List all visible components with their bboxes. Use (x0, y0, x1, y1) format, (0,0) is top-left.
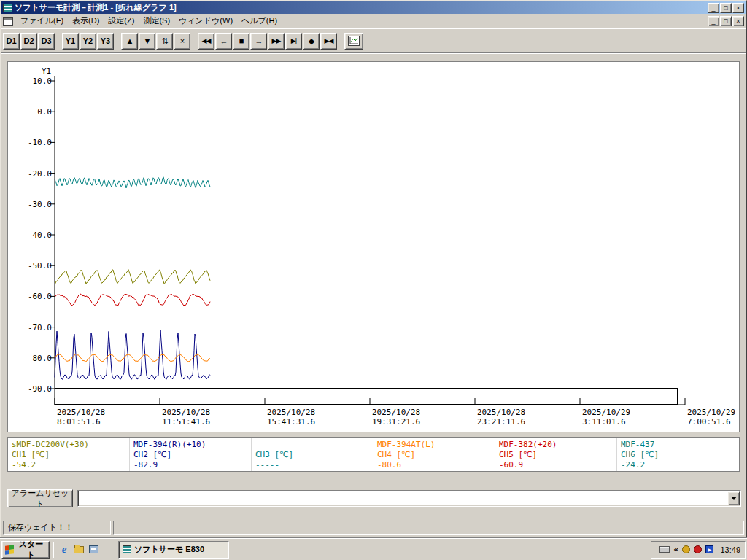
channel-label: CH5 [℃] (499, 450, 613, 460)
channel-name: MDF-437 (621, 440, 735, 450)
task-button-label: ソフトサーモ E830 (134, 544, 204, 555)
status-bar: 保存ウェイト！！ (1, 518, 746, 537)
minimize-button[interactable]: _ (708, 3, 719, 13)
svg-text:Y1: Y1 (42, 66, 51, 76)
alarm-combobox-dropdown-button[interactable] (727, 491, 740, 505)
taskbar-separator (53, 542, 54, 558)
legend-channel-1: sMDF-DC200V(+30)CH1 [℃]-54.2 (8, 438, 130, 471)
channel-legend: sMDF-DC200V(+30)CH1 [℃]-54.2MDF-394(R)(+… (7, 438, 740, 472)
playback-button-group: ◀◀←■→▶▶▶|◆▶◀ (198, 33, 338, 50)
svg-text:-20.0: -20.0 (28, 169, 52, 179)
graph-settings-button[interactable] (344, 33, 363, 50)
toolbar-d1-button[interactable]: D1 (3, 33, 20, 50)
channel-label: CH6 [℃] (621, 450, 735, 460)
axis-button-group: Y1Y2Y3 (62, 33, 115, 50)
system-tray: « ▶ 13:49 (651, 541, 746, 559)
alarm-combobox[interactable] (77, 490, 741, 507)
mdi-minimize-button[interactable]: _ (708, 16, 719, 26)
svg-text:11:51:41.6: 11:51:41.6 (162, 417, 210, 427)
tray-keyboard-icon[interactable] (659, 546, 670, 553)
channel-label: CH3 [℃] (255, 450, 369, 460)
menu-item-0[interactable]: ファイル(F) (16, 14, 68, 28)
svg-text:2025/10/28: 2025/10/28 (162, 408, 210, 417)
mdi-close-button[interactable]: × (732, 16, 744, 26)
taskbar-clock: 13:49 (717, 545, 740, 554)
menu-item-4[interactable]: ウィンドウ(W) (174, 14, 237, 28)
channel-label: CH4 [℃] (377, 450, 491, 460)
channel-name: sMDF-DC200V(+30) (12, 440, 125, 450)
svg-text:0.0: 0.0 (37, 107, 52, 117)
task-app-icon (123, 545, 131, 553)
line-graph-panel: Y110.00.0-10.0-20.0-30.0-40.0-50.0-60.0-… (7, 61, 740, 432)
channel-name: MDF-394(R)(+10) (133, 440, 247, 450)
toolbar-fast-forward-button[interactable]: ▶▶ (268, 33, 285, 50)
close-button[interactable]: × (732, 3, 744, 13)
toolbar-stop-button[interactable]: ■ (233, 33, 249, 50)
svg-text:-30.0: -30.0 (28, 200, 52, 209)
toolbar-skip-to-end-button[interactable]: ▶| (285, 33, 302, 50)
toolbar-step-back-button[interactable]: ← (215, 33, 232, 50)
quicklaunch-show-desktop-icon[interactable] (86, 542, 101, 558)
channel-value: -82.9 (133, 460, 247, 470)
svg-text:2025/10/29: 2025/10/29 (582, 408, 630, 417)
svg-text:-70.0: -70.0 (28, 323, 52, 332)
legend-channel-6: MDF-437CH6 [℃]-24.2 (617, 438, 739, 471)
toolbar-auto-scale-button[interactable]: × (174, 33, 190, 50)
graph-settings-icon (348, 36, 360, 46)
tray-collapse-icon[interactable]: « (673, 545, 678, 554)
chart-svg: Y110.00.0-10.0-20.0-30.0-40.0-50.0-60.0-… (8, 62, 739, 432)
svg-text:7:00:51.6: 7:00:51.6 (687, 417, 731, 427)
channel-value: -54.2 (12, 460, 125, 470)
legend-channel-3: CH3 [℃]----- (252, 438, 374, 471)
start-button[interactable]: スタート (1, 541, 50, 559)
menu-item-1[interactable]: 表示(D) (68, 14, 104, 28)
svg-text:-40.0: -40.0 (28, 230, 52, 240)
toolbar-y3-button[interactable]: Y3 (97, 33, 114, 50)
alarm-reset-button[interactable]: アラームリセット (7, 489, 73, 508)
menu-item-2[interactable]: 設定(Z) (104, 14, 139, 28)
toolbar-fit-width-button[interactable]: ◆ (303, 33, 320, 50)
legend-channel-5: MDF-382(+20)CH5 [℃]-60.9 (495, 438, 617, 471)
channel-label: CH2 [℃] (133, 450, 247, 460)
channel-value: -80.6 (377, 460, 491, 470)
toolbar-fast-rewind-button[interactable]: ◀◀ (198, 33, 214, 50)
channel-value: -24.2 (621, 460, 735, 470)
app-window: ソフトサーモ計測－計測1 - [折れ線グラフ 1] _ □ × ファイル(F)表… (0, 0, 747, 538)
toolbar-y1-button[interactable]: Y1 (62, 33, 79, 50)
status-extra (113, 521, 744, 535)
quicklaunch-internet-explorer-icon[interactable]: e (57, 542, 71, 558)
toolbar-scroll-down-button[interactable]: ▼ (139, 33, 155, 50)
tray-record-icon[interactable] (694, 545, 702, 553)
title-bar: ソフトサーモ計測－計測1 - [折れ線グラフ 1] _ □ × (1, 1, 746, 14)
toolbar-d3-button[interactable]: D3 (38, 33, 55, 50)
svg-text:-60.0: -60.0 (28, 292, 52, 301)
svg-text:10.0: 10.0 (33, 77, 53, 86)
menu-item-3[interactable]: 測定(S) (139, 14, 174, 28)
mdi-child-icon[interactable] (3, 17, 13, 26)
display-button-group: D1D2D3 (3, 33, 55, 50)
svg-text:2025/10/28: 2025/10/28 (372, 408, 420, 417)
mdi-restore-button[interactable]: □ (720, 16, 732, 26)
restore-button[interactable]: □ (720, 3, 732, 13)
svg-text:-90.0: -90.0 (28, 384, 52, 394)
taskbar-task-button[interactable]: ソフトサーモ E830 (118, 541, 229, 559)
svg-text:19:31:21.6: 19:31:21.6 (372, 417, 420, 427)
svg-text:2025/10/28: 2025/10/28 (57, 408, 105, 417)
toolbar-y2-button[interactable]: Y2 (80, 33, 96, 50)
svg-text:8:01:51.6: 8:01:51.6 (57, 417, 101, 427)
svg-text:-80.0: -80.0 (28, 354, 52, 363)
svg-text:3:11:01.6: 3:11:01.6 (582, 417, 626, 427)
toolbar-scroll-up-button[interactable]: ▲ (121, 33, 138, 50)
svg-text:2025/10/28: 2025/10/28 (477, 408, 525, 417)
channel-label: CH1 [℃] (12, 450, 125, 460)
toolbar-compress-button[interactable]: ▶◀ (320, 33, 337, 50)
app-icon (3, 4, 12, 12)
tray-alarm-icon[interactable] (682, 545, 690, 553)
scroll-button-group: ▲▼⇅× (121, 33, 191, 50)
menu-item-5[interactable]: ヘルプ(H) (237, 14, 282, 28)
toolbar-d2-button[interactable]: D2 (20, 33, 37, 50)
tray-play-icon[interactable]: ▶ (705, 545, 713, 553)
toolbar-step-forward-button[interactable]: → (250, 33, 267, 50)
toolbar-scroll-up-down-button[interactable]: ⇅ (156, 33, 173, 50)
quicklaunch-folder-icon[interactable] (71, 542, 86, 558)
